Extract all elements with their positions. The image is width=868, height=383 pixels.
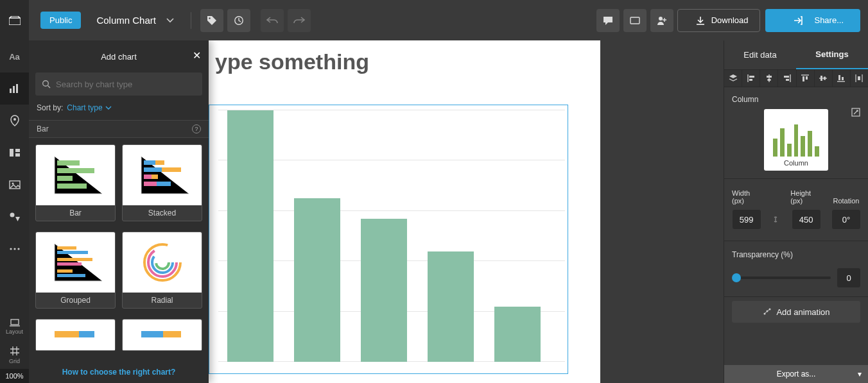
chart-card-stacked[interactable]: Stacked	[122, 144, 202, 221]
selected-chart[interactable]	[209, 105, 568, 374]
rotation-input[interactable]: 0°	[832, 210, 860, 229]
transparency-slider[interactable]	[732, 277, 831, 279]
thumbnail	[36, 232, 115, 293]
more-tool[interactable]	[0, 233, 29, 265]
card-label: Grouped	[36, 293, 115, 308]
svg-rect-32	[57, 246, 76, 250]
document-title-dropdown[interactable]: Column Chart	[96, 15, 174, 26]
thumbnail	[123, 319, 202, 350]
height-input[interactable]: 450	[792, 210, 820, 229]
svg-rect-55	[824, 77, 826, 80]
download-icon	[696, 16, 705, 25]
bar-D[interactable]	[428, 251, 474, 362]
add-chart-panel: Add chart ✕ Sort by: Chart type Bar ?	[29, 40, 209, 383]
arrange-layers-button[interactable]	[724, 70, 742, 87]
export-as-dropdown[interactable]: Export as... ▾	[724, 365, 868, 383]
share-button[interactable]: Share...	[765, 9, 860, 32]
svg-rect-56	[838, 75, 840, 80]
tab-settings[interactable]: Settings	[796, 40, 868, 69]
divider	[191, 12, 191, 29]
sort-value: Chart type	[67, 103, 102, 112]
svg-rect-58	[858, 76, 860, 80]
chart-card-grouped[interactable]: Grouped	[35, 232, 116, 309]
align-top-button[interactable]	[797, 70, 815, 87]
download-button[interactable]: Download	[677, 9, 761, 32]
transparency-value[interactable]: 0	[837, 268, 860, 287]
distribute-button[interactable]	[851, 70, 868, 87]
panel-header: Add chart ✕	[29, 40, 209, 72]
bar-C[interactable]	[361, 219, 407, 362]
right-tabs: Edit data Settings	[724, 40, 868, 69]
bar-E[interactable]	[494, 307, 541, 362]
map-tool[interactable]	[0, 105, 29, 137]
download-label: Download	[711, 15, 749, 25]
chart-search-input[interactable]	[56, 80, 196, 89]
card-label: Radial	[123, 293, 202, 308]
svg-rect-35	[57, 262, 82, 266]
width-input[interactable]: 599	[733, 210, 761, 229]
edit-type-icon[interactable]	[851, 108, 860, 117]
zoom-indicator[interactable]: 100%	[0, 369, 29, 383]
svg-rect-43	[79, 331, 94, 337]
bar-A[interactable]	[227, 110, 273, 362]
bar-B[interactable]	[294, 198, 340, 362]
tab-edit-data[interactable]: Edit data	[724, 40, 796, 69]
chart-tool[interactable]	[0, 72, 29, 105]
chart-card-extra-2[interactable]	[122, 319, 202, 351]
undo-button[interactable]	[261, 9, 284, 32]
right-panel: Edit data Settings Column Column	[724, 40, 868, 383]
sort-value-dropdown[interactable]: Chart type	[67, 103, 111, 112]
svg-rect-50	[784, 76, 789, 78]
align-right-button[interactable]	[778, 70, 796, 87]
chart-card-bar[interactable]: Bar	[35, 144, 116, 221]
page-title-text[interactable]: ype something	[215, 49, 369, 74]
section-label: Bar	[37, 124, 49, 133]
svg-point-1	[209, 17, 211, 19]
chart-type-section: Column Column	[724, 87, 868, 178]
align-bottom-button[interactable]	[833, 70, 851, 87]
transparency-control: 0	[724, 268, 868, 296]
choose-chart-help-link[interactable]: How to choose the right chart?	[29, 361, 209, 383]
help-icon[interactable]: ?	[192, 124, 201, 133]
close-icon[interactable]: ✕	[193, 49, 201, 62]
history-button[interactable]	[227, 9, 250, 32]
type-card-label: Column	[784, 159, 808, 167]
chart-type-card[interactable]: Column	[764, 109, 828, 171]
svg-rect-7	[16, 84, 18, 93]
home-icon[interactable]	[0, 0, 29, 40]
svg-point-14	[10, 213, 14, 217]
chart-card-extra-1[interactable]	[35, 319, 116, 351]
invite-button[interactable]	[650, 9, 673, 32]
width-label: Width (px)	[732, 189, 761, 205]
present-button[interactable]	[623, 9, 647, 32]
image-tool[interactable]	[0, 169, 29, 201]
redo-button[interactable]	[288, 9, 311, 32]
align-middle-v-button[interactable]	[815, 70, 833, 87]
svg-rect-18	[11, 319, 19, 325]
align-left-button[interactable]	[742, 70, 760, 87]
public-button[interactable]: Public	[40, 12, 81, 29]
slider-thumb[interactable]	[732, 273, 741, 282]
text-tool[interactable]: Aa	[0, 40, 29, 72]
svg-rect-0	[9, 18, 21, 25]
canvas-area[interactable]: ype something	[209, 40, 724, 383]
tag-button[interactable]	[200, 9, 223, 32]
svg-point-8	[13, 118, 16, 121]
page[interactable]: ype something	[209, 40, 600, 383]
svg-point-41	[156, 256, 169, 269]
share-icon	[794, 16, 803, 25]
link-dimensions-icon[interactable]	[771, 215, 780, 224]
layout-toggle[interactable]: Layout	[0, 312, 29, 341]
svg-rect-51	[786, 79, 789, 81]
add-animation-button[interactable]: Add animation	[732, 301, 860, 323]
chart-search[interactable]	[35, 72, 202, 96]
elements-tool[interactable]	[0, 137, 29, 169]
align-center-h-button[interactable]	[760, 70, 778, 87]
shapes-tool[interactable]	[0, 201, 29, 233]
chart-card-radial[interactable]: Radial	[122, 232, 202, 309]
type-label: Column	[732, 95, 860, 104]
comment-button[interactable]	[596, 9, 620, 32]
grid-toggle[interactable]: Grid	[0, 341, 29, 369]
export-label: Export as...	[777, 370, 816, 379]
svg-point-17	[17, 248, 19, 250]
